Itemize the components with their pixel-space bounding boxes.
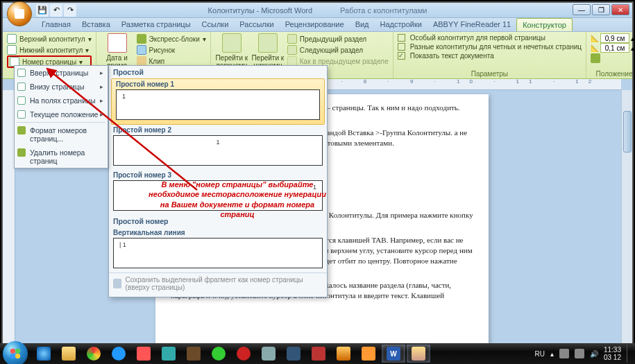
opt-odd-even[interactable]: Разные колонтитулы для четных и нечетных… bbox=[398, 42, 582, 51]
tray-flag-icon[interactable] bbox=[559, 349, 569, 358]
group-label: Положение bbox=[591, 70, 635, 78]
qa-undo-icon[interactable]: ↶ bbox=[50, 4, 62, 17]
pn-remove[interactable]: Удалить номера страниц bbox=[15, 146, 108, 168]
start-button[interactable] bbox=[3, 341, 28, 364]
tray-expand-icon[interactable]: ▴ bbox=[550, 350, 554, 358]
taskbar-app-icon[interactable] bbox=[257, 345, 280, 363]
scroll-thumb[interactable] bbox=[623, 111, 632, 153]
preview: 1 bbox=[113, 135, 323, 166]
ribbon-tabs: Главная Вставка Разметка страницы Ссылки… bbox=[3, 18, 632, 32]
qa-save-icon[interactable]: 💾 bbox=[36, 4, 49, 17]
context-title: Работа с колонтитулами bbox=[340, 6, 427, 15]
tray-clock[interactable]: 11:33 03 12 bbox=[604, 346, 621, 361]
gallery-save-selection[interactable]: Сохранить выделенный фрагмент как номер … bbox=[109, 272, 327, 294]
page-number-menu: Вверху страницы▸ Внизу страницы▸ На поля… bbox=[14, 65, 108, 168]
system-tray: RU ▴ 🔊 11:33 03 12 bbox=[535, 345, 632, 363]
taskbar-opera-icon[interactable] bbox=[232, 345, 255, 363]
maximize-button[interactable]: ❐ bbox=[592, 4, 610, 15]
tab-designer[interactable]: Конструктор bbox=[516, 18, 573, 31]
quick-access-toolbar: 💾 ↶ ↷ bbox=[36, 4, 76, 17]
quickparts-button[interactable]: Экспресс-блоки ▾ bbox=[137, 33, 206, 44]
window-title: Колонтитулы - Microsoft Word bbox=[208, 6, 312, 15]
gallery-heading: Простой номер bbox=[109, 215, 327, 227]
prev-section-button[interactable]: Предыдущий раздел bbox=[287, 33, 389, 44]
tab-mailings[interactable]: Рассылки bbox=[234, 18, 279, 31]
office-button[interactable] bbox=[7, 1, 32, 26]
tray-network-icon[interactable] bbox=[575, 349, 584, 358]
taskbar-chrome-icon[interactable] bbox=[82, 345, 105, 363]
taskbar-app-icon[interactable] bbox=[157, 345, 180, 363]
date-time-button[interactable]: Дата и время bbox=[101, 33, 134, 69]
taskbar-app-icon[interactable] bbox=[357, 345, 380, 363]
header-button[interactable]: Верхний колонтитул ▾ bbox=[7, 33, 92, 44]
close-button[interactable]: ✕ bbox=[611, 4, 629, 15]
tab-abbyy[interactable]: ABBYY FineReader 11 bbox=[427, 18, 516, 31]
pn-bottom-of-page[interactable]: Внизу страницы▸ bbox=[15, 80, 108, 94]
tab-review[interactable]: Рецензирование bbox=[280, 18, 350, 31]
gallery-item-1[interactable]: Простой номер 1 1 bbox=[111, 78, 325, 125]
tab-insert[interactable]: Вставка bbox=[76, 18, 116, 31]
taskbar-skype-icon[interactable] bbox=[107, 345, 130, 363]
page-number-gallery: Простой Простой номер 1 1 Простой номер … bbox=[108, 65, 328, 297]
minimize-button[interactable]: — bbox=[573, 4, 591, 15]
taskbar-ie-icon[interactable] bbox=[32, 345, 56, 363]
svg-point-2 bbox=[15, 349, 20, 354]
svg-point-4 bbox=[15, 354, 20, 358]
opt-show-doc[interactable]: Показать текст документа bbox=[398, 51, 582, 60]
taskbar-app-icon[interactable] bbox=[282, 345, 305, 363]
pn-format[interactable]: Формат номеров страниц... bbox=[15, 123, 108, 146]
gallery-item-4[interactable]: Вертикальная линия | 1 bbox=[109, 227, 327, 272]
header-from-top-spinner[interactable]: 📐▴▾ bbox=[591, 33, 635, 43]
group-label: Параметры bbox=[398, 70, 582, 78]
footer-button[interactable]: Нижний колонтитул ▾ bbox=[7, 44, 92, 55]
preview: 1 bbox=[116, 89, 320, 120]
gallery-heading: Простой bbox=[109, 66, 327, 78]
taskbar-app-icon[interactable] bbox=[132, 345, 155, 363]
titlebar: 💾 ↶ ↷ Колонтитулы - Microsoft Word Работ… bbox=[3, 3, 632, 18]
vertical-scrollbar[interactable] bbox=[621, 90, 632, 347]
taskbar-word-icon[interactable]: W bbox=[382, 345, 405, 363]
insert-tab-button[interactable] bbox=[591, 53, 635, 64]
preview: 1 bbox=[113, 180, 323, 211]
taskbar-app-icon[interactable] bbox=[332, 345, 355, 363]
taskbar-app-icon[interactable] bbox=[182, 345, 205, 363]
show-desktop-button[interactable] bbox=[627, 345, 632, 363]
svg-point-3 bbox=[10, 354, 15, 358]
next-section-button[interactable]: Следующий раздел bbox=[287, 44, 389, 55]
group-options: Особый колонтитул для первой страницы Ра… bbox=[393, 32, 586, 78]
svg-point-1 bbox=[10, 349, 15, 354]
tray-lang[interactable]: RU bbox=[535, 350, 545, 358]
opt-first-page[interactable]: Особый колонтитул для первой страницы bbox=[398, 33, 582, 42]
windows-taskbar: W RU ▴ 🔊 11:33 03 12 bbox=[0, 343, 635, 364]
tab-layout[interactable]: Разметка страницы bbox=[116, 18, 196, 31]
group-position: 📐▴▾ 📐▴▾ Положение bbox=[586, 32, 635, 78]
preview: | 1 bbox=[113, 238, 323, 268]
tab-view[interactable]: Вид bbox=[350, 18, 375, 31]
pn-page-margins[interactable]: На полях страницы▸ bbox=[15, 94, 108, 107]
save-icon bbox=[113, 279, 121, 288]
qa-redo-icon[interactable]: ↷ bbox=[64, 4, 76, 17]
footer-from-bottom-spinner[interactable]: 📐▴▾ bbox=[591, 43, 635, 53]
tray-volume-icon[interactable]: 🔊 bbox=[590, 350, 598, 358]
pn-top-of-page[interactable]: Вверху страницы▸ bbox=[15, 66, 108, 80]
tab-home[interactable]: Главная bbox=[36, 18, 76, 31]
picture-button[interactable]: Рисунок bbox=[137, 44, 206, 55]
tab-references[interactable]: Ссылки bbox=[196, 18, 235, 31]
taskbar-utorrent-icon[interactable] bbox=[207, 345, 230, 363]
taskbar-app-icon[interactable] bbox=[307, 345, 330, 363]
pn-current-position[interactable]: Текущее положение▸ bbox=[15, 107, 108, 121]
gallery-item-3[interactable]: Простой номер 3 1 bbox=[109, 170, 327, 215]
gallery-item-2[interactable]: Простой номер 2 1 bbox=[109, 125, 327, 170]
taskbar-app-icon[interactable] bbox=[407, 345, 430, 363]
tab-addins[interactable]: Надстройки bbox=[375, 18, 427, 31]
taskbar-explorer-icon[interactable] bbox=[57, 345, 81, 363]
